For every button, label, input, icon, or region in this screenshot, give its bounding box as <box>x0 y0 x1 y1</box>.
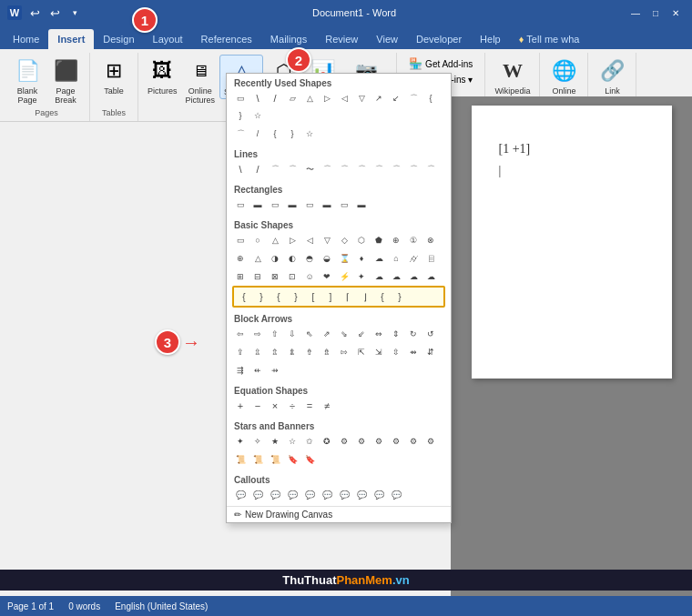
shape-item[interactable]: ⚙ <box>388 433 404 449</box>
shape-item[interactable]: ▷ <box>319 90 335 106</box>
shape-item[interactable]: ⌒ <box>319 161 335 177</box>
shape-item[interactable]: ⌒ <box>336 161 352 177</box>
shape-item[interactable]: ⇶ <box>232 362 249 379</box>
shape-item[interactable]: [ <box>305 288 321 305</box>
shape-item[interactable]: ① <box>405 232 422 248</box>
document-page[interactable]: [1 +1] | <box>472 106 672 379</box>
shape-item[interactable]: ⬟ <box>371 232 387 248</box>
shape-item[interactable]: } <box>232 107 249 124</box>
shape-item[interactable]: ☺ <box>301 268 318 285</box>
shape-item[interactable]: ☆ <box>284 433 300 449</box>
shape-item[interactable]: ✦ <box>232 433 249 449</box>
shape-item[interactable]: ⇖ <box>301 326 318 342</box>
shape-item[interactable]: ⌈ <box>340 288 356 305</box>
wikipedia-button[interactable]: W Wikipedia <box>491 55 534 97</box>
shape-item[interactable]: ⊠ <box>267 268 283 285</box>
shape-item[interactable]: × <box>267 398 283 414</box>
shape-item[interactable]: ✪ <box>319 433 335 449</box>
get-addins-button[interactable]: 🏪 Get Add-ins <box>406 56 475 71</box>
shape-item[interactable]: ♦ <box>353 250 370 267</box>
shape-item[interactable]: ✦ <box>353 268 370 285</box>
shape-item[interactable]: ⌒ <box>371 161 387 177</box>
maximize-button[interactable]: □ <box>646 4 665 22</box>
shape-item[interactable]: ▭ <box>232 90 249 106</box>
shape-item[interactable]: ⇦ <box>232 326 249 342</box>
shape-item[interactable]: 💬 <box>371 487 387 503</box>
shape-item[interactable]: ☆ <box>301 126 318 142</box>
shape-item[interactable]: ⊟ <box>249 268 266 285</box>
blank-page-button[interactable]: 📄 BlankPage <box>9 55 46 106</box>
shape-item[interactable]: ✩ <box>301 433 318 449</box>
shape-item[interactable]: ▱ <box>284 90 300 106</box>
shape-item[interactable]: ⇲ <box>371 344 387 360</box>
shape-item[interactable]: ○ <box>249 232 266 248</box>
shape-item[interactable]: ▭ <box>232 197 249 213</box>
online-pictures-button[interactable]: 🖥 OnlinePictures <box>182 55 219 106</box>
shape-item[interactable]: − <box>249 398 266 414</box>
shape-item[interactable]: ⇔ <box>371 326 387 342</box>
shape-item[interactable]: ⇷ <box>249 362 266 379</box>
shape-item[interactable]: ▽ <box>319 232 335 248</box>
shape-item[interactable]: ☁ <box>388 268 404 285</box>
shape-item[interactable]: ◑ <box>267 250 283 267</box>
shape-item[interactable]: ⌒ <box>422 161 439 177</box>
shape-item[interactable]: ⇰ <box>336 344 352 360</box>
shape-item[interactable]: ☁ <box>422 268 439 285</box>
shape-item[interactable]: ◁ <box>336 90 352 106</box>
shape-item[interactable]: 🔖 <box>301 451 318 468</box>
shape-item[interactable]: 📜 <box>249 451 266 468</box>
shape-item[interactable]: ⬡ <box>353 232 370 248</box>
shape-item[interactable]: 📜 <box>267 451 283 468</box>
shape-item[interactable]: ⌒ <box>405 90 422 106</box>
shape-item[interactable]: 💬 <box>301 487 318 503</box>
shape-item[interactable]: ⇧ <box>267 326 283 342</box>
shape-item[interactable]: = <box>301 398 318 414</box>
tab-developer[interactable]: Developer <box>407 29 471 49</box>
shape-item[interactable]: ✧ <box>249 433 266 449</box>
shape-item[interactable]: ⇱ <box>353 344 370 360</box>
tab-home[interactable]: Home <box>4 29 48 49</box>
shape-item[interactable]: ⇭ <box>284 344 300 360</box>
shape-item[interactable]: ▭ <box>267 197 283 213</box>
shape-item[interactable]: ▬ <box>284 197 300 213</box>
shape-item[interactable]: 📜 <box>232 451 249 468</box>
shape-item[interactable]: ÷ <box>284 398 300 414</box>
shape-item[interactable]: ⇘ <box>336 326 352 342</box>
shape-item[interactable]: 💬 <box>267 487 283 503</box>
shape-item[interactable]: ☁ <box>371 268 387 285</box>
shape-item[interactable]: ⌒ <box>405 161 422 177</box>
shape-item[interactable]: ↙ <box>388 90 404 106</box>
shape-item[interactable]: ≠ <box>319 398 335 414</box>
shape-item[interactable]: } <box>284 126 300 142</box>
shape-item[interactable]: ⚡ <box>336 268 352 285</box>
tab-review[interactable]: Review <box>316 29 367 49</box>
shape-item[interactable]: ⚙ <box>371 433 387 449</box>
shape-item[interactable]: ◓ <box>301 250 318 267</box>
shape-item[interactable]: ◁ <box>301 232 318 248</box>
shape-item[interactable]: 💬 <box>232 487 249 503</box>
shape-item[interactable]: \ <box>249 90 266 106</box>
shape-item[interactable]: ▭ <box>336 197 352 213</box>
shape-item[interactable]: / <box>249 161 266 177</box>
shape-item[interactable]: ⌒ <box>232 126 249 142</box>
shape-item[interactable]: ▭ <box>232 232 249 248</box>
shape-item[interactable]: ❤ <box>319 268 335 285</box>
shape-item[interactable]: ⌂ <box>388 250 404 267</box>
shape-item[interactable]: ] <box>322 288 339 305</box>
shape-item[interactable]: ⌒ <box>284 161 300 177</box>
shape-item[interactable]: 💬 <box>249 487 266 503</box>
shape-item[interactable]: ★ <box>267 433 283 449</box>
tab-help[interactable]: Help <box>471 29 510 49</box>
shape-item[interactable]: ⇙ <box>353 326 370 342</box>
shape-item[interactable]: / <box>267 90 283 106</box>
shape-item[interactable]: ▬ <box>353 197 370 213</box>
table-button[interactable]: ⊞ Table <box>96 55 132 97</box>
shape-item[interactable]: \ <box>232 161 249 177</box>
shape-item[interactable]: } <box>253 288 270 305</box>
shape-item[interactable]: ⇕ <box>388 326 404 342</box>
page-break-button[interactable]: ⬛ PageBreak <box>47 55 84 106</box>
shape-item[interactable]: ⚙ <box>405 433 422 449</box>
shape-item[interactable]: ⇪ <box>232 344 249 360</box>
shape-item[interactable]: ☁ <box>405 268 422 285</box>
shape-item[interactable]: + <box>232 398 249 414</box>
